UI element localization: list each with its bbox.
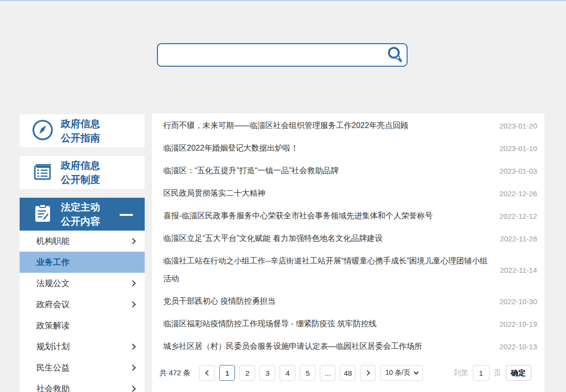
article-row[interactable]: 临淄区2022年婚姻登记大数据出炉啦！ 2023-01-10 [163, 137, 537, 159]
article-title[interactable]: 临淄区：“五化五提升”打造“一镇一品”社会救助品牌 [163, 162, 488, 180]
chevron-right-icon [129, 365, 136, 371]
submenu-item-public-welfare[interactable]: 民生公益 [20, 357, 145, 378]
clipboard-pencil-icon [31, 202, 54, 227]
article-date: 2022-11-14 [500, 266, 537, 274]
article-title[interactable]: 喜报-临淄区民政事务服务中心荣获全市社会事务领域先进集体和个人荣誉称号 [163, 207, 488, 225]
goto-prefix-label: 到第 [454, 368, 468, 378]
total-count: 共 472 条 [159, 368, 190, 378]
article-date: 2022-11-28 [500, 235, 537, 243]
next-page-button[interactable] [360, 365, 376, 381]
article-title[interactable]: 临淄社工站在行动之小组工作--辛店街道社工站开展“情暖童心携手成长”困境儿童心理… [163, 252, 488, 287]
collapse-minus-icon[interactable] [120, 214, 133, 216]
article-title[interactable]: 城乡社区居（村）民委员会服务设施申请认定表—临园社区居委会工作场所 [163, 338, 488, 355]
goto-page-group: 到第 页 确定 [454, 365, 531, 381]
sidebar-item-statutory-disclosure[interactable]: 法定主动 公开内容 [20, 198, 145, 231]
article-row[interactable]: 临淄区立足“五大平台”文化赋能 着力加强特色地名文化品牌建设 2022-11-2… [163, 227, 537, 250]
page-button-4[interactable]: 4 [280, 365, 295, 381]
article-title[interactable]: 党员干部践初心 疫情防控勇担当 [163, 292, 488, 310]
article-date: 2023-01-03 [499, 167, 537, 175]
submenu-item-planning[interactable]: 规划计划 [20, 336, 145, 357]
search-button[interactable] [385, 46, 405, 64]
chevron-right-icon [364, 370, 370, 375]
sidebar-submenu: 机构职能 业务工作 法规公文 政府会议 政策解读 规划计划 民生公益 社会救助 [20, 231, 145, 392]
article-date: 2023-01-20 [499, 122, 537, 130]
chevron-left-icon [205, 370, 210, 375]
top-accent-line [0, 0, 566, 1]
article-date: 2022-12-26 [499, 189, 537, 198]
sidebar-item-label: 法定主动 公开内容 [61, 200, 100, 229]
chevron-right-icon [129, 238, 136, 244]
confirm-button[interactable]: 确定 [506, 365, 531, 381]
goto-suffix-label: 页 [494, 368, 501, 378]
search-icon [386, 46, 403, 64]
chevron-right-icon [129, 343, 136, 350]
submenu-item-business-work[interactable]: 业务工作 [20, 252, 145, 273]
article-title[interactable]: 临淄区福彩站疫情防控工作现场督导 - 绷紧防疫弦 筑牢防控线 [163, 315, 488, 333]
article-date: 2022-12-12 [499, 212, 537, 220]
article-date: 2022-10-19 [499, 320, 537, 328]
submenu-item-agency-functions[interactable]: 机构职能 [20, 231, 145, 252]
page-button-3[interactable]: 3 [259, 365, 275, 381]
sidebar-item-gov-info-system[interactable]: 政府信息 公开制度 [20, 156, 145, 189]
search-input[interactable] [157, 43, 408, 67]
article-title[interactable]: 区民政局贯彻落实二十大精神 [163, 184, 488, 202]
search-bar [157, 43, 408, 67]
pagination-bar: 共 472 条 1 2 3 4 5 ... 48 10 条/页 到第 页 确定 [159, 365, 537, 381]
article-row[interactable]: 行而不辍，未来可期——临淄区社会组织管理服务工作2022年亮点回顾 2023-0… [163, 114, 537, 137]
article-list-panel: 行而不辍，未来可期——临淄区社会组织管理服务工作2022年亮点回顾 2023-0… [152, 113, 544, 392]
article-date: 2022-10-13 [499, 342, 537, 351]
article-date: 2022-10-30 [499, 297, 537, 306]
article-title[interactable]: 临淄区立足“五大平台”文化赋能 着力加强特色地名文化品牌建设 [163, 230, 488, 247]
page-button-5[interactable]: 5 [300, 365, 315, 381]
article-title[interactable]: 行而不辍，未来可期——临淄区社会组织管理服务工作2022年亮点回顾 [163, 117, 488, 134]
goto-page-input[interactable] [473, 365, 489, 381]
submenu-item-regulations[interactable]: 法规公文 [20, 273, 145, 294]
page-button-2[interactable]: 2 [239, 365, 255, 381]
chevron-down-icon [413, 369, 418, 374]
article-row[interactable]: 喜报-临淄区民政事务服务中心荣获全市社会事务领域先进集体和个人荣誉称号 2022… [163, 205, 537, 227]
page-button-48[interactable]: 48 [340, 365, 356, 381]
submenu-item-policy-interpretation[interactable]: 政策解读 [20, 315, 145, 336]
chevron-right-icon [129, 280, 136, 287]
article-row[interactable]: 临淄社工站在行动之小组工作--辛店街道社工站开展“情暖童心携手成长”困境儿童心理… [163, 250, 537, 290]
article-row[interactable]: 党员干部践初心 疫情防控勇担当 2022-10-30 [163, 290, 537, 313]
prev-page-button[interactable] [199, 365, 215, 381]
compass-icon [31, 119, 54, 143]
article-date: 2023-01-10 [499, 144, 537, 153]
page-ellipsis-button[interactable]: ... [320, 365, 335, 381]
ledger-icon [31, 160, 54, 185]
sidebar-item-label: 政府信息 公开制度 [61, 158, 100, 187]
article-row[interactable]: 区民政局贯彻落实二十大精神 2022-12-26 [163, 182, 537, 205]
article-row[interactable]: 临淄区福彩站疫情防控工作现场督导 - 绷紧防疫弦 筑牢防控线 2022-10-1… [163, 313, 537, 335]
article-row[interactable]: 城乡社区居（村）民委员会服务设施申请认定表—临园社区居委会工作场所 2022-1… [163, 335, 537, 358]
page-button-1[interactable]: 1 [219, 365, 235, 381]
sidebar: 政府信息 公开指南 政府信息 公开制度 [20, 114, 145, 392]
chevron-right-icon [129, 301, 136, 308]
submenu-item-gov-meetings[interactable]: 政府会议 [20, 294, 145, 315]
submenu-item-social-assistance[interactable]: 社会救助 [20, 378, 145, 392]
chevron-right-icon [129, 386, 136, 392]
sidebar-item-gov-info-guide[interactable]: 政府信息 公开指南 [20, 114, 145, 147]
article-title[interactable]: 临淄区2022年婚姻登记大数据出炉啦！ [163, 139, 488, 157]
sidebar-item-label: 政府信息 公开指南 [61, 117, 100, 145]
article-row[interactable]: 临淄区：“五化五提升”打造“一镇一品”社会救助品牌 2023-01-03 [163, 159, 537, 182]
page-size-select[interactable]: 10 条/页 [380, 365, 422, 381]
